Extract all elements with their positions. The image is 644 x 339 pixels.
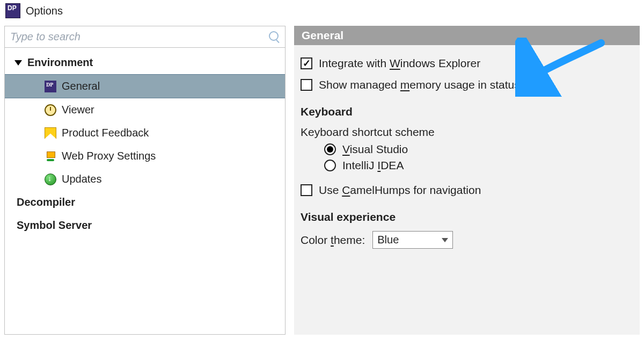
chevron-down-icon <box>14 60 22 66</box>
visual-experience-heading: Visual experience <box>301 211 633 223</box>
tree-item-label: Updates <box>62 173 102 185</box>
memory-usage-checkbox[interactable] <box>301 79 312 91</box>
scheme-radio-group: Visual Studio IntelliJ IDEA <box>301 143 633 172</box>
scheme-label: Keyboard shortcut scheme <box>301 126 633 139</box>
scheme-visual-studio[interactable]: Visual Studio <box>324 143 633 156</box>
tree-group-label: Environment <box>27 56 93 69</box>
tree-item-label: Product Feedback <box>62 127 149 139</box>
title-bar: Options <box>0 0 644 26</box>
radio-label: Visual Studio <box>342 143 408 156</box>
chevron-down-icon <box>442 238 448 242</box>
integrate-explorer-checkbox[interactable] <box>301 57 312 69</box>
camelhumps-checkbox[interactable] <box>301 184 312 196</box>
settings-panel: General Integrate with Windows Explorer … <box>294 26 640 335</box>
tree-group-label: Symbol Server <box>17 219 92 232</box>
search-bar <box>5 26 285 48</box>
radio-visual-studio[interactable] <box>324 143 336 155</box>
app-icon <box>5 3 20 18</box>
tree-group-label: Decompiler <box>17 196 75 208</box>
color-theme-dropdown[interactable]: Blue <box>372 231 453 249</box>
tree-item-label: Viewer <box>62 104 94 116</box>
color-theme-value: Blue <box>377 234 399 246</box>
proxy-icon <box>45 150 56 162</box>
updates-icon <box>45 174 56 185</box>
camelhumps-row: Use CamelHumps for navigation <box>301 184 633 197</box>
panel-header: General <box>294 26 640 45</box>
tree-item-general[interactable]: General <box>5 74 285 98</box>
tree-group-symbol-server[interactable]: Symbol Server <box>5 214 285 237</box>
search-icon[interactable] <box>268 31 280 43</box>
memory-usage-label: Show managed memory usage in status bar <box>319 78 539 91</box>
radio-intellij-idea[interactable] <box>324 160 336 171</box>
tree-item-label: Web Proxy Settings <box>62 150 156 162</box>
options-tree: Environment General Viewer Product Feedb… <box>5 48 285 241</box>
dp-icon <box>45 81 56 92</box>
panel-body: Integrate with Windows Explorer Show man… <box>294 45 640 335</box>
tree-item-web-proxy-settings[interactable]: Web Proxy Settings <box>5 145 285 168</box>
search-input[interactable] <box>10 31 264 43</box>
feedback-icon <box>45 127 56 139</box>
color-theme-row: Color theme: Blue <box>301 231 633 249</box>
tree-item-viewer[interactable]: Viewer <box>5 98 285 121</box>
viewer-icon <box>45 104 56 116</box>
camelhumps-label: Use CamelHumps for navigation <box>319 184 481 197</box>
tree-group-environment[interactable]: Environment <box>5 51 285 74</box>
integrate-explorer-row: Integrate with Windows Explorer <box>301 57 633 70</box>
tree-group-decompiler[interactable]: Decompiler <box>5 191 285 214</box>
color-theme-label: Color theme: <box>301 234 365 247</box>
integrate-explorer-label: Integrate with Windows Explorer <box>319 57 480 70</box>
tree-item-updates[interactable]: Updates <box>5 168 285 191</box>
nav-pane: Environment General Viewer Product Feedb… <box>4 26 286 335</box>
memory-usage-row: Show managed memory usage in status bar <box>301 78 633 91</box>
radio-label: IntelliJ IDEA <box>342 159 404 172</box>
tree-item-product-feedback[interactable]: Product Feedback <box>5 121 285 145</box>
tree-item-label: General <box>62 80 100 92</box>
window-title: Options <box>26 5 63 17</box>
scheme-intellij-idea[interactable]: IntelliJ IDEA <box>324 159 633 172</box>
keyboard-heading: Keyboard <box>301 105 633 118</box>
